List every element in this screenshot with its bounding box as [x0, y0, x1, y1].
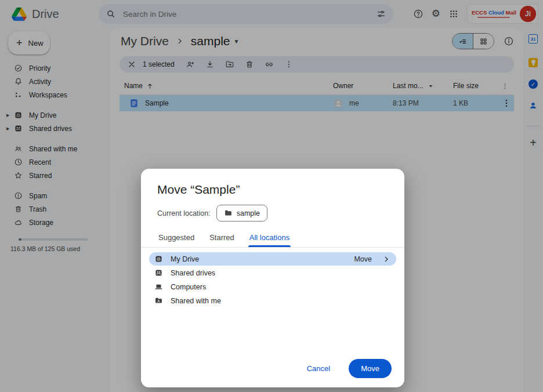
google-drive-app: Drive ⚙ ECCS Cloud Mail Ji + New Prio — [0, 0, 543, 392]
dialog-footer: Cancel Move — [141, 359, 404, 387]
location-label: My Drive — [171, 255, 199, 263]
location-row-shared-with-me[interactable]: Shared with me — [149, 294, 396, 307]
folderperson-icon — [154, 296, 163, 305]
dialog-title: Move “Sample” — [157, 183, 388, 197]
mydrive-icon — [154, 255, 163, 263]
dialog-tab-all-locations[interactable]: All locations — [248, 231, 291, 247]
dialog-tab-suggested[interactable]: Suggested — [157, 231, 196, 247]
dialog-tabs: SuggestedStarredAll locations — [141, 231, 404, 248]
move-action-label[interactable]: Move — [354, 255, 372, 263]
folder-icon — [224, 209, 233, 217]
location-row-my-drive[interactable]: My DriveMove — [149, 252, 396, 266]
move-dialog: Move “Sample” Current location: sample S… — [141, 169, 404, 387]
shareddrives-icon — [154, 268, 163, 277]
location-label: Shared with me — [171, 297, 221, 305]
location-row-action: Move — [354, 255, 390, 263]
current-location-row: Current location: sample — [157, 205, 388, 222]
chevron-right-icon — [382, 255, 390, 263]
location-row-computers[interactable]: Computers — [149, 280, 396, 293]
current-location-chip[interactable]: sample — [216, 205, 267, 222]
location-label: Shared drives — [171, 269, 215, 277]
laptop-icon — [154, 282, 163, 291]
location-label: Computers — [171, 283, 206, 291]
dialog-tab-starred[interactable]: Starred — [208, 231, 236, 247]
location-list: My DriveMoveShared drivesComputersShared… — [141, 252, 404, 307]
current-location-name: sample — [237, 209, 260, 217]
cancel-button[interactable]: Cancel — [303, 364, 334, 373]
location-row-shared-drives[interactable]: Shared drives — [149, 266, 396, 280]
move-button[interactable]: Move — [349, 359, 392, 378]
current-location-label: Current location: — [157, 209, 211, 217]
